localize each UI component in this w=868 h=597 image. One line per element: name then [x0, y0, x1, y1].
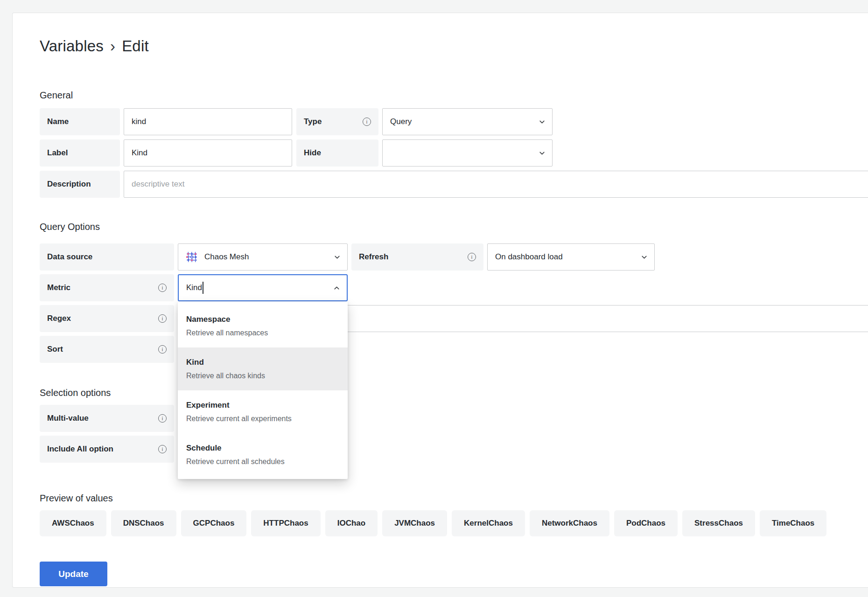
- name-label: Name: [40, 108, 120, 135]
- sort-label: Sort i: [40, 336, 174, 363]
- name-input[interactable]: [124, 108, 292, 135]
- preview-chip: HTTPChaos: [251, 510, 320, 536]
- chevron-down-icon: [539, 118, 546, 125]
- query-options-heading: Query Options: [40, 221, 868, 232]
- sort-info-icon[interactable]: i: [158, 345, 167, 354]
- variables-edit-panel: Variables›Edit General Name Type i Query…: [12, 13, 868, 588]
- preview-chip: PodChaos: [614, 510, 678, 536]
- dropdown-item-kind[interactable]: Kind Retrieve all chaos kinds: [178, 347, 348, 390]
- metric-info-icon[interactable]: i: [158, 284, 167, 292]
- breadcrumb-separator: ›: [110, 37, 115, 55]
- preview-chip: TimeChaos: [760, 510, 826, 536]
- sort-row: Sort i: [40, 336, 868, 363]
- preview-chip: StressChaos: [682, 510, 755, 536]
- data-source-label: Data source: [40, 243, 174, 271]
- breadcrumb-edit: Edit: [122, 37, 149, 55]
- preview-heading: Preview of values: [40, 493, 868, 504]
- preview-values: AWSChaos DNSChaos GCPChaos HTTPChaos IOC…: [40, 510, 868, 541]
- type-info-icon[interactable]: i: [363, 118, 371, 126]
- metric-combobox[interactable]: Kind: [178, 274, 348, 301]
- preview-chip: KernelChaos: [452, 510, 525, 536]
- chevron-down-icon: [334, 254, 341, 261]
- page-title: Variables›Edit: [40, 36, 868, 56]
- metric-label: Metric i: [40, 274, 174, 301]
- chevron-down-icon: [539, 150, 546, 157]
- refresh-info-icon[interactable]: i: [468, 253, 476, 261]
- refresh-label: Refresh i: [351, 243, 483, 271]
- include-all-label: Include All option i: [40, 436, 174, 463]
- hide-select[interactable]: [382, 139, 553, 167]
- data-source-select[interactable]: Chaos Mesh: [178, 243, 348, 271]
- description-label: Description: [40, 171, 120, 198]
- metric-value: Kind: [186, 283, 202, 292]
- metric-dropdown: Namespace Retrieve all namespaces Kind R…: [178, 302, 348, 479]
- selection-options-heading: Selection options: [40, 387, 868, 398]
- chaos-mesh-logo-icon: [186, 251, 198, 263]
- multi-value-row: Multi-value i: [40, 405, 868, 432]
- preview-chip: DNSChaos: [111, 510, 176, 536]
- dropdown-item-schedule[interactable]: Schedule Retrieve current all schedules: [178, 433, 348, 476]
- label-label: Label: [40, 139, 120, 167]
- metric-row: Metric i Kind Namespace Retrieve: [40, 274, 868, 301]
- regex-row: Regex i: [40, 305, 868, 332]
- label-hide-row: Label Hide: [40, 139, 868, 167]
- multi-value-info-icon[interactable]: i: [158, 414, 167, 423]
- type-label: Type i: [296, 108, 378, 135]
- hide-label: Hide: [296, 139, 378, 167]
- include-all-row: Include All option i: [40, 436, 868, 463]
- text-cursor: [203, 282, 203, 294]
- description-input[interactable]: [124, 171, 868, 198]
- include-all-info-icon[interactable]: i: [158, 445, 167, 453]
- regex-info-icon[interactable]: i: [158, 314, 167, 323]
- general-heading: General: [40, 90, 868, 101]
- preview-chip: AWSChaos: [40, 510, 106, 536]
- preview-chip: IOChao: [325, 510, 378, 536]
- update-button[interactable]: Update: [40, 562, 107, 586]
- description-row: Description: [40, 171, 868, 198]
- preview-chip: NetworkChaos: [530, 510, 609, 536]
- regex-label: Regex i: [40, 305, 174, 332]
- chevron-down-icon: [641, 254, 648, 261]
- preview-chip: JVMChaos: [382, 510, 447, 536]
- name-type-row: Name Type i Query: [40, 108, 868, 135]
- refresh-select[interactable]: On dashboard load: [487, 243, 655, 271]
- data-source-row: Data source: [40, 243, 868, 271]
- breadcrumb-variables: Variables: [40, 37, 104, 55]
- preview-chip: GCPChaos: [181, 510, 247, 536]
- label-input[interactable]: [124, 139, 292, 167]
- type-select[interactable]: Query: [382, 108, 553, 135]
- multi-value-label: Multi-value i: [40, 405, 174, 432]
- dropdown-item-experiment[interactable]: Experiment Retrieve current all experime…: [178, 390, 348, 433]
- chevron-up-icon[interactable]: [333, 285, 340, 292]
- dropdown-item-namespace[interactable]: Namespace Retrieve all namespaces: [178, 305, 348, 347]
